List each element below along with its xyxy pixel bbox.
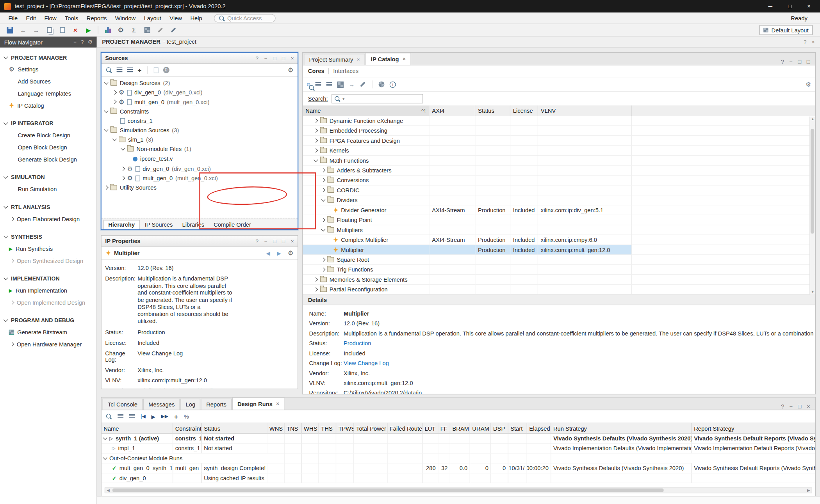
tab-design-runs[interactable]: Design Runs × [232,398,284,410]
hierarchy-view-icon[interactable] [337,81,344,87]
reports-icon[interactable] [103,25,112,35]
paste-icon[interactable] [57,25,67,35]
tree-row-non-module-files[interactable]: Non-module Files (1) [102,144,298,154]
minimize-icon[interactable]: − [790,403,793,410]
chevron-down-icon[interactable] [321,227,325,231]
tab-log[interactable]: Log [180,399,200,410]
sidebar-item-open-block-design[interactable]: Open Block Design [0,141,96,153]
undo-icon[interactable]: ← [18,25,28,35]
settings-gear-icon[interactable]: ⚙ [806,81,811,88]
layout-selector[interactable]: Default Layout [759,25,813,35]
menu-flow[interactable]: Flow [40,14,61,22]
tab-messages[interactable]: Messages [143,399,180,410]
minimize-button[interactable]: ─ [768,3,772,9]
chevron-right-icon[interactable] [321,168,325,172]
chevron-down-icon[interactable] [121,146,125,150]
sidebar-item-create-block-design[interactable]: Create Block Design [0,129,96,141]
catalog-row[interactable]: CORDIC [303,185,815,195]
catalog-row[interactable]: Memories & Storage Elements [303,275,815,284]
menu-reports[interactable]: Reports [82,14,111,22]
sidebar-item-run-synthesis[interactable]: ▶ Run Synthesis [0,242,96,254]
close-icon[interactable]: × [403,56,406,62]
menu-help[interactable]: Help [186,14,207,22]
settings-gear-icon[interactable]: ⚙ [116,25,125,35]
context-close-icon[interactable]: × [812,39,815,45]
help-icon[interactable]: ? [255,238,258,244]
catalog-row-complex-multiplier[interactable]: Complex Multiplier AXI4-StreamProduction… [303,235,815,245]
catalog-row[interactable]: Adders & Subtracters [303,166,815,176]
chevron-down-icon[interactable] [112,137,117,141]
catalog-search-input[interactable]: ▾ [332,94,423,103]
sidebar-item-add-sources[interactable]: Add Sources [0,75,96,87]
flownav-collapse-icon[interactable]: ≡ [73,39,77,45]
chevron-right-icon[interactable] [314,138,318,143]
subtab-interfaces[interactable]: Interfaces [333,68,358,74]
chevron-down-icon[interactable] [321,197,325,201]
menu-window[interactable]: Window [111,14,140,22]
sidebar-item-settings[interactable]: ⚙ Settings [0,63,96,75]
section-ip-integrator[interactable]: IP INTEGRATOR [0,117,96,129]
section-project-manager[interactable]: PROJECT MANAGER [0,52,96,63]
tree-row-div-gen[interactable]: ⚙ div_gen_0 (div_gen_0.xci) [102,88,298,97]
column-name[interactable]: Name ^1 [303,106,429,116]
sources-panel-header[interactable]: Sources ? − □ □ × [102,53,298,64]
step-icon[interactable]: ▶▶ [161,414,168,419]
help-icon[interactable]: ? [255,55,258,61]
scroll-up-icon[interactable]: ▲ [810,117,815,122]
chevron-right-icon[interactable] [104,185,108,190]
search-icon[interactable] [307,83,310,86]
chevron-right-icon[interactable] [321,178,325,182]
section-program-and-debug[interactable]: PROGRAM AND DEBUG [0,314,96,326]
search-icon[interactable] [106,413,112,419]
catalog-row[interactable]: Multipliers [303,225,815,235]
float-icon[interactable]: □ [798,403,802,410]
chevron-right-icon[interactable] [314,128,318,133]
float-icon[interactable]: □ [798,59,801,65]
scroll-left-icon[interactable]: ◀ [105,488,111,493]
edit-pencil-icon[interactable] [155,25,165,35]
sidebar-item-open-implemented-design[interactable]: Open Implemented Design [0,296,96,308]
delete-icon[interactable]: × [71,25,80,35]
expand-all-icon[interactable] [326,82,332,87]
tree-row-constrs-1[interactable]: constrs_1 [102,116,298,125]
sidebar-item-run-implementation[interactable]: ▶ Run Implementation [0,284,96,296]
catalog-row[interactable]: Dynamic Function eXchange [303,116,815,126]
menu-layout[interactable]: Layout [140,14,166,22]
section-rtl-analysis[interactable]: RTL ANALYSIS [0,201,96,213]
section-synthesis[interactable]: SYNTHESIS [0,231,96,242]
run-row-div-gen-0[interactable]: ✓div_gen_0 Using cached IP results [102,473,815,483]
reset-runs-icon[interactable]: |◀ [141,414,145,419]
float-icon[interactable]: □ [273,55,276,61]
catalog-row-divider-generator[interactable]: Divider Generator AXI4-StreamProductionI… [303,205,815,215]
tree-row-ipcore-test[interactable]: ipcore_test.v [102,154,298,164]
web-ip-icon[interactable] [379,82,385,87]
flownav-help-icon[interactable]: ? [81,39,84,45]
copy-icon[interactable] [45,25,54,35]
chevron-right-icon[interactable] [112,90,117,94]
run-row-mult-gen-0-synth-1[interactable]: ✓mult_gen_0_synth_1 mult_gen_0 synth_des… [102,463,815,473]
menu-tools[interactable]: Tools [61,14,82,22]
settings-gear-icon[interactable]: ⚙ [288,249,293,257]
save-icon[interactable] [5,25,14,35]
catalog-row[interactable]: Kernels [303,146,815,156]
chevron-down-icon[interactable] [103,435,107,440]
close-icon[interactable]: × [291,55,294,61]
menu-view[interactable]: View [166,14,186,22]
run-icon[interactable]: ▶ [84,25,93,35]
filter-badge[interactable]: 0 [163,67,169,73]
minimize-icon[interactable]: − [264,238,267,244]
sidebar-item-open-hardware-manager[interactable]: Open Hardware Manager [0,338,96,350]
section-implementation[interactable]: IMPLEMENTATION [0,273,96,284]
chevron-down-icon[interactable] [104,127,108,131]
scroll-right-icon[interactable]: ▶ [805,488,811,493]
column-axi4[interactable]: AXI4 [430,106,476,116]
tree-row-simulation-sources[interactable]: Simulation Sources (3) [102,125,298,135]
close-button[interactable]: × [807,3,811,9]
sidebar-item-language-templates[interactable]: Language Templates [0,87,96,99]
catalog-row[interactable]: Conversions [303,176,815,185]
redo-icon[interactable]: → [31,25,41,35]
flownav-settings-icon[interactable]: ⚙ [88,39,93,45]
collapse-all-icon[interactable] [118,414,123,419]
chevron-right-icon[interactable] [112,99,117,104]
scrollbar-thumb[interactable] [112,488,663,492]
